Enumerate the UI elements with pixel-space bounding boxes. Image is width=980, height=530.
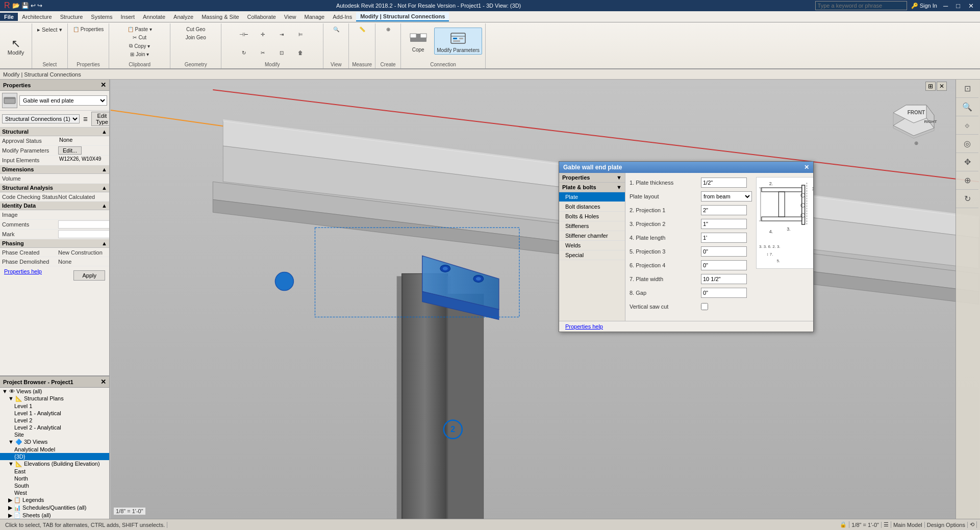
plate-width-input[interactable] [701,274,747,284]
mirror-btn[interactable]: ⊨ [291,31,310,38]
cut-geometry-btn[interactable]: Cut Geo [184,26,207,33]
tree-item-elevations--building-elevation-[interactable]: ▼ 📐 Elevations (Building Elevation) [0,460,109,468]
qab-open[interactable]: 📂 [12,2,20,9]
plate-layout-select[interactable]: from beam custom [701,191,752,201]
search-input[interactable] [815,1,907,10]
tree-item-level-1---analytical[interactable]: Level 1 - Analytical [0,410,109,417]
gable-nav-plate-bolts-section[interactable]: Plate & bolts ▼ [559,183,625,192]
gable-nav-bolt-distances[interactable]: Bolt distances [559,202,625,212]
status-detail-level[interactable]: ☰ [882,521,891,528]
gable-nav-stiffener-chamfer[interactable]: Stiffener chamfer [559,231,625,241]
menu-insert[interactable]: Insert [116,13,139,21]
steering-wheel-btn[interactable]: ◎ [956,135,978,153]
tree-item-west[interactable]: West [0,489,109,496]
menu-file[interactable]: File [0,13,18,21]
delete-btn[interactable]: 🗑 [291,49,310,57]
dimensions-section-header[interactable]: Dimensions ▲ [0,165,109,174]
gable-close-icon[interactable]: ✕ [804,164,809,171]
plate-length-input[interactable] [701,233,747,243]
move-btn[interactable]: ✛ [254,31,272,38]
zoom-all-btn[interactable]: ⊡ [956,80,978,98]
menu-systems[interactable]: Systems [87,13,116,21]
vertical-saw-cut-checkbox[interactable] [701,303,708,310]
status-workset[interactable]: Main Model [891,522,925,528]
menu-manage[interactable]: Manage [300,13,329,21]
structural-analysis-header[interactable]: Structural Analysis ▲ [0,184,109,192]
minimize-btn[interactable]: ─ [941,2,950,10]
gable-nav-stiffeners[interactable]: Stiffeners [559,221,625,231]
projection4-input[interactable] [701,260,747,270]
tree-item-legends[interactable]: ▶ 📋 Legends [0,496,109,504]
gable-nav-bolts-holes[interactable]: Bolts & Holes [559,212,625,221]
gable-nav-properties-section[interactable]: Properties ▼ [559,173,625,183]
cut-btn[interactable]: ✂ Cut [131,34,149,41]
rotate-btn[interactable]: ↻ [235,49,253,57]
qab-save[interactable]: 💾 [21,2,29,9]
gable-properties-help-link[interactable]: Properties help [563,322,605,331]
tree-item-north[interactable]: North [0,475,109,482]
restore-vp-btn[interactable]: ⊞ [925,82,936,91]
view-cube[interactable]: FRONT RIGHT ⊕ [888,90,944,146]
align-btn[interactable]: ⊣⊢ [235,31,253,38]
structural-section-header[interactable]: Structural ▲ [0,128,109,136]
comments-input[interactable] [58,220,109,229]
menu-annotate[interactable]: Annotate [139,13,169,21]
project-browser-close-btn[interactable]: ✕ [100,378,106,386]
view-ribbon-btn[interactable]: 🔍 [327,26,345,33]
tree-item-level-2---analytical[interactable]: Level 2 - Analytical [0,424,109,431]
join-geometry-btn[interactable]: Join Geo [184,34,208,41]
tree-item-3d-views[interactable]: ▼ 🔷 3D Views [0,438,109,446]
menu-modify-connections[interactable]: Modify | Structural Connections [356,12,449,21]
mark-input[interactable] [58,230,109,238]
instance-select[interactable]: Structural Connections (1) [2,114,80,123]
zoom-btn[interactable]: ⊕ [956,171,978,190]
pan-btn[interactable]: ✥ [956,153,978,171]
status-sync[interactable]: ⟲ [968,521,977,528]
maximize-btn[interactable]: □ [954,2,962,10]
tree-item-schedules-quantities--all-[interactable]: ▶ 📊 Schedules/Quantities (all) [0,504,109,512]
paste-btn[interactable]: 📋 Paste ▾ [125,26,154,33]
menu-architecture[interactable]: Architecture [18,13,56,21]
projection1-input[interactable] [701,205,747,215]
tree-item-level-2[interactable]: Level 2 [0,417,109,424]
edit-type-btn[interactable]: Edit Type [91,112,109,126]
modify-btn[interactable]: ↖ Modify [3,37,29,57]
tree-item-south[interactable]: South [0,482,109,489]
close-vp-btn[interactable]: ✕ [937,82,947,91]
offset-btn[interactable]: ⇥ [272,31,291,38]
viewport[interactable]: 2 FRONT RIGHT ⊕ ⊞ [110,80,980,519]
properties-ribbon-btn[interactable]: 📋 Properties [71,26,106,33]
trim-btn[interactable]: ✂ [254,49,272,57]
sign-in-btn[interactable]: 🔑 Sign In [911,3,937,9]
tree-item-level-1[interactable]: Level 1 [0,402,109,410]
zoom-selected-btn[interactable]: 🔍 [956,98,978,116]
join-btn[interactable]: ⊞ Join ▾ [128,51,151,58]
menu-view[interactable]: View [280,13,300,21]
tree-item-site[interactable]: Site [0,431,109,438]
gable-nav-welds[interactable]: Welds [559,241,625,250]
projection2-input[interactable] [701,219,747,229]
tree-item-analytical-model[interactable]: Analytical Model [0,446,109,453]
tree-item-structural-plans[interactable]: ▼ 📐 Structural Plans [0,395,109,402]
create-ribbon-btn[interactable]: ⊕ [379,26,397,33]
tree-item--3d-[interactable]: {3D} [0,453,109,460]
gable-nav-special[interactable]: Special [559,250,625,260]
copy-btn[interactable]: ⧉ Copy ▾ [127,42,152,50]
properties-close-btn[interactable]: ✕ [100,81,106,89]
measure-ribbon-btn[interactable]: 📏 [353,26,371,33]
3d-view-btn[interactable]: ⟐ [956,116,978,135]
projection3-input[interactable] [701,246,747,257]
tree-item-views--all-[interactable]: ▼ 👁 Views (all) [0,388,109,395]
type-name-select[interactable]: Gable wall end plate [19,95,107,106]
menu-addins[interactable]: Add-Ins [329,13,356,21]
plate-thickness-input[interactable] [701,178,747,188]
menu-collaborate[interactable]: Collaborate [243,13,280,21]
gable-nav-plate[interactable]: Plate [559,192,625,202]
menu-analyze[interactable]: Analyze [169,13,197,21]
select-btn[interactable]: ▸ Select ▾ [35,26,64,34]
tree-item-east[interactable]: East [0,468,109,475]
gap-input[interactable] [701,288,747,298]
cope-btn[interactable]: Cope [404,28,432,54]
properties-help-link[interactable]: Properties help [2,267,44,275]
menu-massing[interactable]: Massing & Site [197,13,243,21]
